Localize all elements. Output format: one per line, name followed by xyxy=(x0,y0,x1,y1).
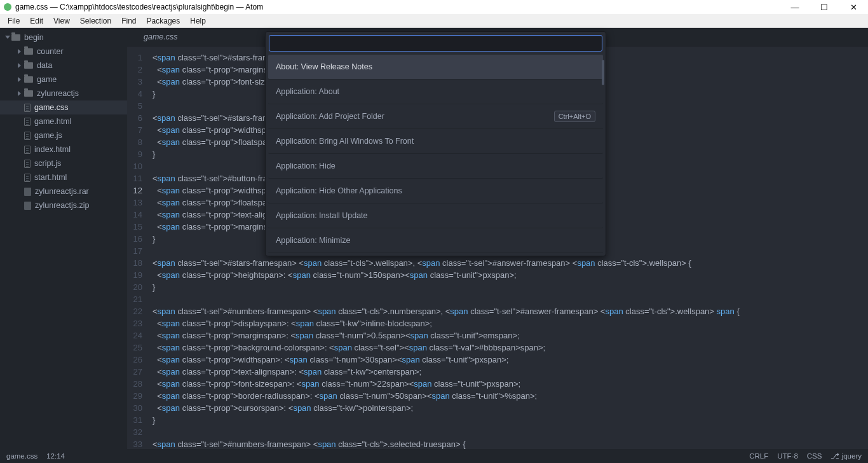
archive-icon xyxy=(24,188,31,196)
tree-folder-counter[interactable]: counter xyxy=(0,45,127,59)
menu-file[interactable]: File xyxy=(3,15,25,27)
command-label: Application: Hide xyxy=(276,162,336,170)
keybinding-badge: Ctrl+Alt+O xyxy=(554,111,595,122)
file-icon xyxy=(24,118,31,126)
file-icon xyxy=(24,104,31,112)
command-palette-item[interactable]: Application: Hide xyxy=(268,154,603,179)
tree-root-label: begin xyxy=(24,33,44,42)
file-icon xyxy=(24,132,31,140)
tree-folder-data[interactable]: data xyxy=(0,59,127,73)
folder-icon xyxy=(24,76,33,83)
command-label: About: View Release Notes xyxy=(276,62,372,71)
folder-icon xyxy=(11,34,20,41)
command-palette-item[interactable]: Application: Bring All Windows To Front xyxy=(268,129,603,154)
window-controls: — ☐ ✕ xyxy=(780,0,868,14)
archive-icon xyxy=(24,202,31,210)
status-line-ending[interactable]: CRLF xyxy=(749,452,768,460)
status-bar: game.css 12:14 CRLF UTF-8 CSS ⎇ jquery xyxy=(0,449,868,463)
editor-pane: game.css 1234567891011121314151617181920… xyxy=(127,28,868,449)
status-grammar[interactable]: CSS xyxy=(807,452,822,460)
workspace: begin counter data game zylunreactjs gam… xyxy=(0,28,868,449)
tree-file-game-html[interactable]: game.html xyxy=(0,114,127,128)
tree-root[interactable]: begin xyxy=(0,31,127,45)
tree-file-game-css[interactable]: game.css xyxy=(0,100,127,114)
tree-view[interactable]: begin counter data game zylunreactjs gam… xyxy=(0,28,127,449)
command-palette: About: View Release NotesApplication: Ab… xyxy=(265,31,606,256)
chevron-right-icon xyxy=(18,63,23,68)
maximize-button[interactable]: ☐ xyxy=(810,0,839,14)
menu-view[interactable]: View xyxy=(48,15,75,27)
window-titlebar: game.css — C:\xampp\htdocs\testcodes\rea… xyxy=(0,0,868,14)
menu-packages[interactable]: Packages xyxy=(142,15,186,27)
folder-icon xyxy=(24,90,33,97)
command-palette-item[interactable]: Application: Add Project FolderCtrl+Alt+… xyxy=(268,104,603,129)
folder-icon xyxy=(24,62,33,69)
menu-help[interactable]: Help xyxy=(185,15,211,27)
close-button[interactable]: ✕ xyxy=(839,0,868,14)
chevron-right-icon xyxy=(18,77,23,82)
window-title: game.css — C:\xampp\htdocs\testcodes\rea… xyxy=(15,3,263,11)
chevron-right-icon xyxy=(18,91,23,96)
command-label: Application: Hide Other Applications xyxy=(276,186,402,195)
command-label: Application: Add Project Folder xyxy=(276,112,384,121)
command-palette-backdrop[interactable]: About: View Release NotesApplication: Ab… xyxy=(127,28,868,449)
status-file[interactable]: game.css xyxy=(6,452,37,460)
command-label: Application: Minimize xyxy=(276,236,350,245)
tree-file-index-html[interactable]: index.html xyxy=(0,142,127,156)
tree-file-start-html[interactable]: start.html xyxy=(0,170,127,184)
status-encoding[interactable]: UTF-8 xyxy=(777,452,798,460)
palette-scrollbar[interactable] xyxy=(602,60,604,85)
command-palette-item[interactable]: Application: Hide Other Applications xyxy=(268,179,603,204)
file-icon xyxy=(24,174,31,182)
tree-folder-zylunreactjs[interactable]: zylunreactjs xyxy=(0,86,127,100)
command-palette-item[interactable]: About: View Release Notes xyxy=(268,55,603,79)
menu-selection[interactable]: Selection xyxy=(75,15,116,27)
command-palette-item[interactable]: Application: About xyxy=(268,79,603,104)
command-palette-list: About: View Release NotesApplication: Ab… xyxy=(266,55,606,256)
menu-bar: File Edit View Selection Find Packages H… xyxy=(0,14,868,28)
folder-icon xyxy=(24,48,33,55)
command-label: Application: Bring All Windows To Front xyxy=(276,137,414,146)
command-label: Application: About xyxy=(276,87,339,96)
chevron-down-icon xyxy=(5,36,10,41)
command-label: Application: Install Update xyxy=(276,211,368,220)
menu-find[interactable]: Find xyxy=(116,15,141,27)
atom-app-icon xyxy=(4,3,11,11)
tree-file-zylunreactjs-zip[interactable]: zylunreactjs.zip xyxy=(0,198,127,212)
tree-folder-game[interactable]: game xyxy=(0,73,127,86)
chevron-right-icon xyxy=(18,49,23,54)
status-git-branch[interactable]: ⎇ jquery xyxy=(831,452,862,460)
file-icon xyxy=(24,160,31,168)
git-branch-icon: ⎇ xyxy=(831,452,839,460)
menu-edit[interactable]: Edit xyxy=(25,15,48,27)
status-cursor-position[interactable]: 12:14 xyxy=(46,452,65,460)
file-icon xyxy=(24,146,31,154)
command-palette-item[interactable]: Application: Install Update xyxy=(268,204,603,228)
command-palette-input[interactable] xyxy=(269,35,602,52)
command-palette-item[interactable]: Application: Minimize xyxy=(268,228,603,253)
tree-file-game-js[interactable]: game.js xyxy=(0,128,127,142)
tree-file-zylunreactjs-rar[interactable]: zylunreactjs.rar xyxy=(0,184,127,198)
tree-file-script-js[interactable]: script.js xyxy=(0,156,127,170)
minimize-button[interactable]: — xyxy=(780,0,810,14)
